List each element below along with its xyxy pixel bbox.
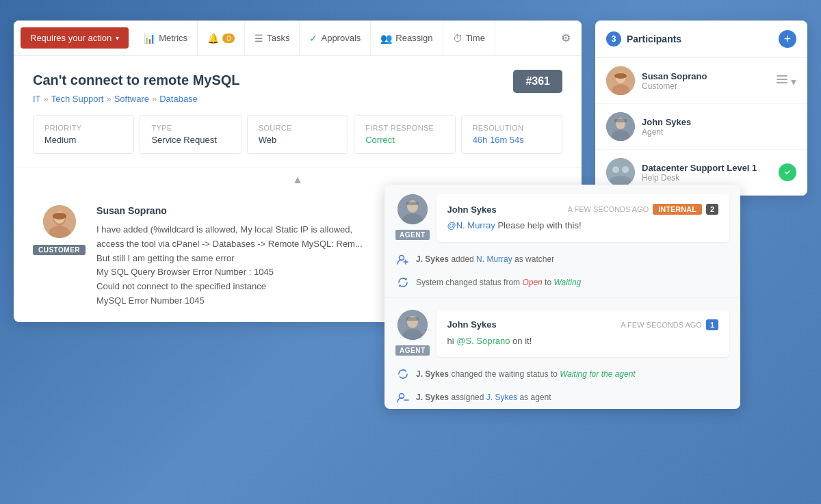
chat-meta-2: A FEW SECONDS AGO 1 bbox=[621, 319, 718, 330]
waiting-event-text: J. Sykes changed the waiting status to W… bbox=[416, 369, 636, 379]
participant-name: Datacenter Support Level 1 bbox=[642, 163, 772, 173]
internal-count: 2 bbox=[706, 204, 718, 215]
requires-action-label: Requires your action bbox=[30, 33, 112, 43]
breadcrumb-techsupport[interactable]: Tech Support bbox=[51, 94, 104, 104]
breadcrumb-database[interactable]: Database bbox=[159, 94, 198, 104]
approvals-label: Approvals bbox=[321, 33, 361, 43]
chat-text-2: hi @S. Soprano on it! bbox=[447, 334, 719, 348]
waiting-icon bbox=[395, 367, 410, 382]
john-avatar bbox=[606, 112, 635, 141]
status-event-text: System changed status from Open to Waiti… bbox=[416, 278, 581, 287]
participant-role: Customer bbox=[642, 81, 769, 91]
svg-point-18 bbox=[622, 166, 629, 173]
breadcrumb-sep-3: » bbox=[152, 94, 157, 104]
participant-item: Susan Soprano Customer ▾ bbox=[595, 58, 807, 104]
collapse-icon: ▲ bbox=[292, 174, 303, 186]
watcher-event-text: J. Sykes added N. Murray as watcher bbox=[416, 254, 554, 264]
chat-bubble-1: John Sykes A FEW SECONDS AGO INTERNAL 2 … bbox=[436, 194, 730, 242]
first-response-label: First Response bbox=[365, 124, 443, 132]
toolbar-tasks[interactable]: ☰ Tasks bbox=[245, 21, 300, 56]
resolution-label: Resolution bbox=[473, 124, 551, 132]
breadcrumb: IT » Tech Support » Software » Database bbox=[33, 94, 562, 104]
message-count-2: 1 bbox=[706, 319, 718, 330]
bell-icon: 🔔 bbox=[207, 33, 219, 44]
source-label: Source bbox=[259, 124, 337, 132]
susan-avatar bbox=[606, 66, 635, 95]
chat-panel: AGENT John Sykes A FEW SECONDS AGO INTER… bbox=[385, 185, 740, 409]
breadcrumb-it[interactable]: IT bbox=[33, 94, 41, 104]
svg-rect-24 bbox=[406, 202, 419, 205]
add-participant-button[interactable]: + bbox=[779, 30, 796, 48]
participants-count: 3 bbox=[606, 31, 621, 47]
ticket-title: Can't connect to remote MySQL bbox=[33, 72, 562, 88]
tasks-label: Tasks bbox=[267, 33, 289, 43]
chat-bubble-2: John Sykes A FEW SECONDS AGO 1 hi @S. So… bbox=[436, 310, 730, 358]
chat-time-1: A FEW SECONDS AGO bbox=[568, 205, 649, 213]
system-event-waiting: J. Sykes changed the waiting status to W… bbox=[385, 362, 740, 386]
notification-count: 0 bbox=[222, 34, 235, 43]
participants-title: Participants bbox=[627, 34, 779, 44]
first-response-value: Correct bbox=[365, 135, 443, 145]
mention-1: @N. Murray bbox=[447, 220, 495, 230]
svg-point-17 bbox=[612, 166, 619, 173]
requires-action-button[interactable]: Requires your action ▾ bbox=[21, 27, 129, 49]
participant-role: Help Desk bbox=[642, 173, 772, 183]
participant-menu-button[interactable]: ▾ bbox=[776, 73, 796, 88]
participant-item: John Sykes Agent bbox=[595, 104, 807, 150]
svg-rect-15 bbox=[614, 119, 627, 122]
time-icon: ⏱ bbox=[453, 33, 462, 44]
assign-icon bbox=[395, 390, 410, 405]
check-icon: ✓ bbox=[309, 33, 317, 44]
agent-avatar-1 bbox=[398, 194, 428, 224]
chat-sender-2: John Sykes bbox=[447, 319, 497, 330]
ticket-header: #361 Can't connect to remote MySQL IT » … bbox=[14, 56, 582, 115]
participant-name: John Sykes bbox=[642, 117, 796, 127]
chat-text-1: @N. Murray Please help with this! bbox=[447, 219, 719, 233]
settings-button[interactable]: ⚙ bbox=[550, 21, 582, 56]
reassign-icon: 👥 bbox=[380, 33, 392, 44]
mention-2: @S. Soprano bbox=[456, 336, 510, 346]
customer-avatar bbox=[43, 205, 76, 238]
meta-resolution: Resolution 46h 16m 54s bbox=[461, 115, 562, 154]
chat-bubble-header-2: John Sykes A FEW SECONDS AGO 1 bbox=[447, 319, 719, 330]
toolbar-metrics[interactable]: 📊 Metrics bbox=[134, 21, 198, 56]
priority-label: Priority bbox=[44, 124, 122, 132]
participant-info: John Sykes Agent bbox=[642, 117, 796, 137]
ticket-id: #361 bbox=[513, 70, 562, 93]
resolution-value: 46h 16m 54s bbox=[473, 135, 551, 145]
source-value: Web bbox=[259, 135, 337, 145]
watcher-icon bbox=[395, 252, 410, 267]
agent-label-2: AGENT bbox=[395, 345, 430, 356]
svg-point-4 bbox=[53, 213, 66, 220]
priority-value: Medium bbox=[44, 135, 122, 145]
agent-avatar-2 bbox=[398, 310, 428, 340]
participant-name: Susan Soprano bbox=[642, 71, 769, 81]
reassign-label: Reassign bbox=[395, 33, 432, 43]
participants-header: 3 Participants + bbox=[595, 21, 807, 58]
chat-sender-1: John Sykes bbox=[447, 204, 497, 215]
type-value: Service Request bbox=[151, 135, 229, 145]
chat-time-2: A FEW SECONDS AGO bbox=[621, 321, 702, 329]
agent-label-1: AGENT bbox=[395, 230, 430, 240]
tasks-icon: ☰ bbox=[255, 33, 263, 44]
toolbar-items: 📊 Metrics 🔔 0 ☰ Tasks ✓ Approvals 👥 Reas… bbox=[134, 21, 582, 56]
toolbar-approvals[interactable]: ✓ Approvals bbox=[300, 21, 371, 56]
toolbar: Requires your action ▾ 📊 Metrics 🔔 0 ☰ T… bbox=[14, 21, 582, 56]
metrics-label: Metrics bbox=[159, 33, 187, 43]
meta-type: Type Service Request bbox=[140, 115, 241, 154]
meta-first-response: First Response Correct bbox=[354, 115, 455, 154]
toolbar-notifications[interactable]: 🔔 0 bbox=[198, 21, 245, 56]
system-event-assign: J. Sykes assigned J. Sykes as agent bbox=[385, 386, 740, 409]
participant-info: Susan Soprano Customer bbox=[642, 71, 769, 91]
internal-badge: INTERNAL bbox=[653, 204, 702, 215]
svg-rect-11 bbox=[777, 82, 787, 83]
chat-meta-1: A FEW SECONDS AGO INTERNAL 2 bbox=[568, 204, 718, 215]
breadcrumb-software[interactable]: Software bbox=[114, 94, 149, 104]
datacenter-avatar bbox=[606, 158, 635, 187]
system-event-watcher: J. Sykes added N. Murray as watcher bbox=[385, 248, 740, 271]
customer-role-badge: CUSTOMER bbox=[33, 245, 86, 255]
chat-bubble-header-1: John Sykes A FEW SECONDS AGO INTERNAL 2 bbox=[447, 204, 719, 215]
assign-event-text: J. Sykes assigned J. Sykes as agent bbox=[416, 393, 551, 402]
toolbar-time[interactable]: ⏱ Time bbox=[443, 21, 495, 56]
toolbar-reassign[interactable]: 👥 Reassign bbox=[371, 21, 443, 56]
